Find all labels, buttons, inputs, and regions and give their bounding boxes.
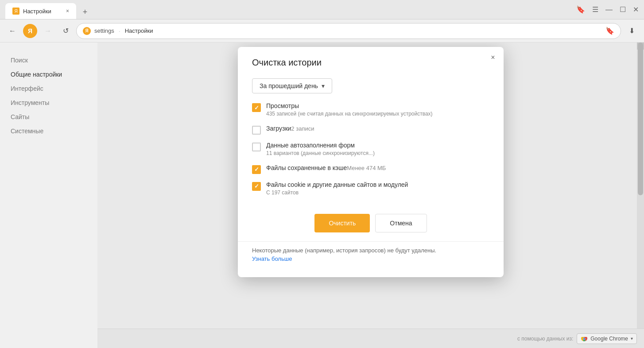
- downloads-sub: 2 записи: [291, 125, 314, 132]
- sidebar-item-sites[interactable]: Сайты: [0, 110, 97, 124]
- tab-title: Настройки: [23, 8, 51, 15]
- menu-icon[interactable]: ☰: [592, 5, 598, 14]
- address-page-title: Настройки: [125, 27, 153, 34]
- autofill-label: Данные автозаполнения форм: [266, 142, 489, 149]
- dialog-footer: Некоторые данные (например, история запр…: [238, 241, 504, 271]
- period-dropdown[interactable]: За прошедший день ▾: [252, 78, 332, 93]
- period-selected-label: За прошедший день: [260, 82, 318, 89]
- checkbox-cache: ✓ Файлы сохраненные в кэшеМенее 474 МБ: [252, 164, 489, 174]
- download-button[interactable]: ⬇: [625, 24, 639, 38]
- check-mark-icon: ✓: [254, 166, 259, 173]
- sidebar-item-tools[interactable]: Инструменты: [0, 96, 97, 110]
- cookies-sublabel: С 197 сайтов: [266, 189, 489, 197]
- main-content: Поиск Общие настройки Интерфейс Инструме…: [0, 43, 644, 348]
- cache-label: Файлы сохраненные в кэшеМенее 474 МБ: [266, 164, 489, 171]
- address-scheme: settings: [94, 27, 114, 34]
- address-favicon: Я: [83, 27, 91, 35]
- clear-history-dialog: × Очистка истории За прошедший день ▾: [238, 47, 504, 277]
- tab-close-button[interactable]: ×: [66, 8, 69, 14]
- yandex-button[interactable]: Я: [23, 24, 37, 38]
- clear-button[interactable]: Очистить: [314, 214, 370, 232]
- check-mark-icon: ✓: [254, 183, 259, 189]
- check-mark-icon: ✓: [254, 104, 259, 111]
- downloads-label: Загрузки2 записи: [266, 125, 489, 132]
- dropdown-arrow-icon: ▾: [322, 82, 325, 89]
- autofill-checkbox[interactable]: [252, 143, 261, 151]
- tab-favicon: Я: [12, 8, 19, 15]
- address-bar[interactable]: Я settings · Настройки 🔖: [76, 23, 621, 39]
- active-tab[interactable]: Я Настройки ×: [5, 3, 76, 19]
- forward-button[interactable]: →: [41, 24, 55, 38]
- sidebar-item-interface[interactable]: Интерфейс: [0, 81, 97, 96]
- close-window-button[interactable]: ✕: [633, 5, 639, 14]
- cancel-button[interactable]: Отмена: [375, 214, 427, 232]
- dialog-header: Очистка истории: [238, 47, 504, 75]
- footer-note: Некоторые данные (например, история запр…: [252, 247, 489, 254]
- new-tab-button[interactable]: +: [78, 5, 92, 19]
- checkbox-browsing: ✓ Просмотры 435 записей (не считая данны…: [252, 102, 489, 118]
- dialog-body: За прошедший день ▾ ✓ Просмотры 435 запи…: [238, 75, 504, 196]
- cache-checkbox[interactable]: ✓: [252, 165, 261, 174]
- sidebar-item-general[interactable]: Общие настройки: [0, 67, 97, 81]
- dialog-title: Очистка истории: [252, 58, 489, 68]
- window-controls: 🔖 ☰ — ☐ ✕: [576, 5, 639, 14]
- bookmarks-icon[interactable]: 🔖: [576, 5, 585, 14]
- sidebar-item-search[interactable]: Поиск: [0, 53, 97, 67]
- sidebar-item-system[interactable]: Системные: [0, 124, 97, 138]
- checkbox-downloads: Загрузки2 записи: [252, 125, 489, 135]
- page-area: ▲ ▼ × Очистка истории За прошедший ден: [97, 43, 644, 348]
- checkbox-cookies: ✓ Файлы cookie и другие данные сайтов и …: [252, 181, 489, 197]
- cookies-label: Файлы cookie и другие данные сайтов и мо…: [266, 181, 489, 188]
- autofill-sublabel: 11 вариантов (данные синхронизируются...…: [266, 150, 489, 157]
- learn-more-link[interactable]: Узнать больше: [252, 255, 489, 262]
- nav-bar: ← Я → ↺ Я settings · Настройки 🔖 ⬇: [0, 19, 644, 43]
- refresh-button[interactable]: ↺: [58, 24, 73, 38]
- modal-overlay: × Очистка истории За прошедший день ▾: [97, 43, 644, 348]
- nav-right-controls: ⬇: [625, 24, 639, 38]
- address-bookmark-icon[interactable]: 🔖: [605, 27, 614, 35]
- browsing-checkbox[interactable]: ✓: [252, 103, 261, 112]
- cookies-checkbox[interactable]: ✓: [252, 182, 261, 191]
- maximize-button[interactable]: ☐: [620, 5, 626, 14]
- browsing-label: Просмотры: [266, 102, 489, 109]
- cache-sub: Менее 474 МБ: [347, 165, 386, 171]
- tab-area: Я Настройки × +: [5, 0, 92, 19]
- checkbox-autofill: Данные автозаполнения форм 11 вариантов …: [252, 142, 489, 157]
- downloads-checkbox[interactable]: [252, 126, 261, 135]
- browsing-sublabel: 435 записей (не считая данных на синхрон…: [266, 110, 489, 118]
- sidebar: Поиск Общие настройки Интерфейс Инструме…: [0, 43, 97, 348]
- dialog-actions: Очистить Отмена: [238, 203, 504, 241]
- dialog-close-button[interactable]: ×: [488, 52, 498, 63]
- minimize-button[interactable]: —: [605, 6, 613, 14]
- title-bar: Я Настройки × + 🔖 ☰ — ☐ ✕: [0, 0, 644, 19]
- back-button[interactable]: ←: [5, 24, 19, 38]
